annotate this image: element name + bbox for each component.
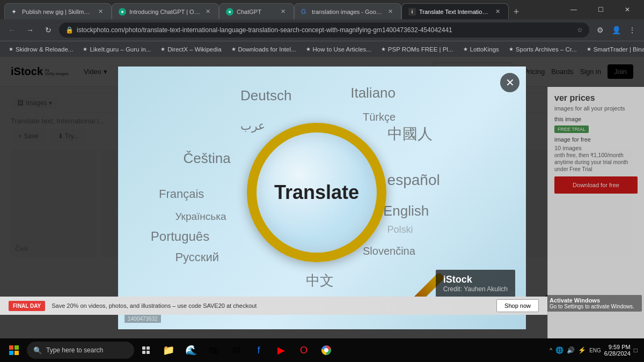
taskbar-edge[interactable]: 🌊 xyxy=(180,339,202,361)
tab-istock-active[interactable]: i Translate Text International Lan... ✕ xyxy=(401,3,509,19)
bookmark-label-psptoms: PSP ROMs FREE | Pl... xyxy=(388,46,453,53)
task-view-icon xyxy=(142,346,150,354)
tab-skillmonde[interactable]: ✦ Publish new gig | Skillmonde ✕ xyxy=(4,3,112,19)
tab1-close[interactable]: ✕ xyxy=(96,8,105,16)
task-view-button[interactable] xyxy=(135,339,157,361)
youtube-icon: ▶ xyxy=(277,344,285,356)
bookmark-downloads[interactable]: ★ Downloads for Intel... xyxy=(227,43,301,55)
forward-button[interactable]: → xyxy=(23,23,38,38)
download-free-button[interactable]: Download for free xyxy=(554,176,638,194)
bookmark-smarttrader[interactable]: ★ SmartTrader | Binary... xyxy=(582,43,644,55)
security-icon: 🔒 xyxy=(65,26,74,34)
svg-rect-0 xyxy=(9,345,13,350)
title-bar: ✦ Publish new gig | Skillmonde ✕ ● Intro… xyxy=(0,0,644,19)
bookmarks-bar: ★ Skidrow & Reloade... ★ LikeIt.guru – G… xyxy=(0,41,644,57)
promo-bar-text: Save 20% on videos, photos, and illustra… xyxy=(52,302,490,309)
taskbar-chevron-icon[interactable]: ^ xyxy=(550,347,552,353)
close-icon: ✕ xyxy=(506,76,515,89)
lang-cestina: Čeština xyxy=(184,150,231,167)
taskbar-youtube[interactable]: ▶ xyxy=(270,339,292,361)
page-content: iStock by Getty Images Video ▾ Photos ▾ … xyxy=(0,57,644,338)
lang-russian: Русский xyxy=(175,250,219,264)
activate-windows-message: Go to Settings to activate Windows. xyxy=(550,304,638,309)
taskbar-file-explorer[interactable]: 📁 xyxy=(158,339,179,361)
chrome-icon xyxy=(321,345,331,355)
taskbar-store[interactable]: 🛍 xyxy=(203,339,224,361)
taskbar-facebook[interactable]: f xyxy=(248,339,269,361)
sidebar-this-image: this image xyxy=(554,116,638,122)
tab2-close[interactable]: ✕ xyxy=(203,8,212,16)
lang-deutsch: Deutsch xyxy=(240,87,291,104)
svg-rect-1 xyxy=(14,345,19,350)
close-button[interactable]: ✕ xyxy=(615,1,640,18)
bookmark-icon-sports: ★ xyxy=(509,46,514,52)
taskbar-search-bar[interactable]: 🔍 Type here to search xyxy=(27,342,134,359)
taskbar-chrome[interactable] xyxy=(316,339,337,361)
bookmark-howtouse[interactable]: ★ How to Use Articles... xyxy=(302,43,376,55)
url-bar[interactable]: 🔒 istockphoto.com/photo/translate-text-i… xyxy=(59,23,589,38)
image-modal: ✕ Deutsch Italiano Türkçe عرب 中國人 Češtin… xyxy=(118,67,526,329)
bookmark-skidrow[interactable]: ★ Skidrow & Reloade... xyxy=(4,43,77,55)
svg-rect-2 xyxy=(9,351,13,355)
translate-center-text: Translate xyxy=(274,181,359,204)
extensions-icon[interactable]: ⚙ xyxy=(592,23,608,38)
maximize-button[interactable]: ☐ xyxy=(588,1,613,18)
bookmark-lottokings[interactable]: ★ LottoKings xyxy=(459,43,503,55)
bookmark-star-icon[interactable]: ☆ xyxy=(577,26,583,34)
toolbar-icons: ⚙ 👤 ⋮ xyxy=(592,23,640,38)
bookmark-icon-likeit: ★ xyxy=(83,46,87,52)
bookmark-icon-howtouse: ★ xyxy=(306,46,311,52)
bookmark-psptoms[interactable]: ★ PSP ROMs FREE | Pl... xyxy=(377,43,458,55)
translation-background: Deutsch Italiano Türkçe عرب 中國人 Čeština … xyxy=(118,67,526,329)
tab4-favicon: G xyxy=(301,8,309,16)
svg-point-9 xyxy=(324,348,328,352)
tab-google-search[interactable]: G translation images - Google Se... ✕ xyxy=(294,3,401,19)
tab5-close[interactable]: ✕ xyxy=(493,8,502,16)
bookmark-icon-directx: ★ xyxy=(160,46,165,52)
activate-windows-notice: Activate Windows Go to Settings to activ… xyxy=(545,295,642,312)
shop-now-button[interactable]: Shop now xyxy=(496,299,539,312)
sidebar-free-trial-link: under Free Trial xyxy=(554,166,638,172)
sidebar-price: onth free, then ₹1,100/month xyxy=(554,152,638,158)
svg-rect-7 xyxy=(147,351,150,354)
notifications-icon[interactable]: □ xyxy=(634,346,638,354)
tab4-close[interactable]: ✕ xyxy=(386,8,394,16)
bookmark-label-likeit: LikeIt.guru – Guru in... xyxy=(90,46,151,53)
bookmark-label-smarttrader: SmartTrader | Binary... xyxy=(594,46,644,53)
modal-close-button[interactable]: ✕ xyxy=(500,73,519,92)
tabs-container: ✦ Publish new gig | Skillmonde ✕ ● Intro… xyxy=(4,0,561,19)
taskbar-opera[interactable]: O xyxy=(293,339,314,361)
tab-chatgpt-openai[interactable]: ● Introducing ChatGPT | OpenAI ✕ xyxy=(112,3,219,19)
back-button[interactable]: ← xyxy=(4,23,19,38)
sidebar-anytime: anytime during your trial month xyxy=(554,159,638,165)
more-options-icon[interactable]: ⋮ xyxy=(625,23,640,38)
svg-rect-3 xyxy=(14,351,19,355)
reload-button[interactable]: ↻ xyxy=(41,23,56,38)
volume-icon[interactable]: 🔊 xyxy=(567,346,575,354)
minimize-button[interactable]: — xyxy=(561,1,586,18)
bookmark-directx[interactable]: ★ DirectX – Wikipedia xyxy=(156,43,225,55)
magnifying-glass: Translate xyxy=(247,123,397,273)
battery-icon: ⚡ xyxy=(578,346,586,354)
taskbar-mail[interactable]: ✉ xyxy=(225,339,247,361)
tab-chatgpt[interactable]: ● ChatGPT ✕ xyxy=(219,3,294,19)
file-explorer-icon: 📁 xyxy=(163,344,174,356)
bookmark-sports[interactable]: ★ Sports Archives – Cr... xyxy=(504,43,581,55)
start-button[interactable] xyxy=(2,338,26,362)
sidebar-images-text: images for all your projects xyxy=(554,105,638,112)
bookmark-icon-psptoms: ★ xyxy=(381,46,386,52)
bookmark-icon-smarttrader: ★ xyxy=(587,46,591,52)
url-text: istockphoto.com/photo/translate-text-int… xyxy=(77,26,574,34)
tab3-close[interactable]: ✕ xyxy=(279,8,287,16)
bookmark-label-downloads: Downloads for Intel... xyxy=(238,46,296,53)
free-trial-badge: FREE TRIAL xyxy=(554,125,589,133)
modal-image-area: Deutsch Italiano Türkçe عرب 中國人 Čeština … xyxy=(118,67,526,329)
lang-chinese-simplified: 中文 xyxy=(306,271,334,290)
facebook-icon: f xyxy=(257,345,260,356)
edge-icon: 🌊 xyxy=(185,344,197,356)
profile-icon[interactable]: 👤 xyxy=(609,23,624,38)
bookmark-likeit[interactable]: ★ LikeIt.guru – Guru in... xyxy=(78,43,155,55)
network-icon[interactable]: 🌐 xyxy=(555,346,564,354)
new-tab-button[interactable]: + xyxy=(509,4,524,19)
sidebar-ver-prices: ver prices xyxy=(554,93,638,103)
